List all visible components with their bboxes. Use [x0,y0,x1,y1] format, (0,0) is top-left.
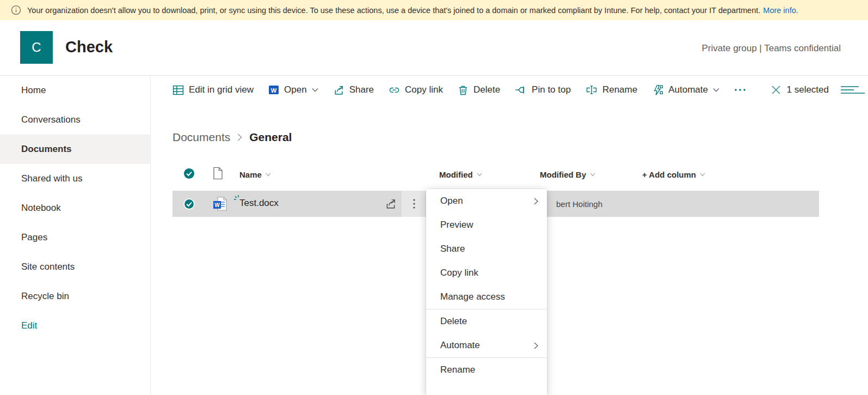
chevron-down-icon [312,88,318,92]
automate-button[interactable]: Automate [652,84,719,96]
add-column-button[interactable]: + Add column [642,170,705,179]
chevron-down-icon [700,173,705,177]
menu-item-automate[interactable]: Automate [426,333,547,357]
sidebar-item-documents[interactable]: Documents [0,135,150,164]
rename-icon [586,84,598,95]
row-share-icon[interactable] [385,198,397,210]
pin-to-top-button[interactable]: Pin to top [515,84,571,95]
menu-item-manage-access[interactable]: Manage access [426,285,547,309]
site-title: Check [65,38,113,56]
menu-item-copy-link[interactable]: Copy link [426,261,547,285]
word-file-icon: W [213,196,228,211]
grid-icon [173,84,184,96]
row-checkbox[interactable] [183,198,195,210]
policy-banner-text: Your organization doesn't allow you to d… [27,6,760,15]
menu-item-delete[interactable]: Delete [426,309,547,333]
site-logo[interactable]: C [20,31,53,64]
breadcrumb-general[interactable]: General [249,131,292,144]
delete-button[interactable]: Delete [458,84,500,96]
clear-selection-button[interactable]: 1 selected [772,84,829,95]
chevron-down-icon [477,173,482,177]
menu-item-open[interactable]: Open [426,189,547,213]
sidebar-item-conversations[interactable]: Conversations [0,105,150,135]
more-commands-button[interactable] [734,88,746,92]
share-icon [333,84,344,96]
column-header-modified[interactable]: Modified [439,170,482,179]
sidebar-item-home[interactable]: Home [0,76,150,105]
sidebar-item-edit[interactable]: Edit [0,311,150,341]
submenu-chevron-icon [534,342,538,349]
file-name[interactable]: Test.docx [239,198,279,209]
svg-text:W: W [214,202,220,208]
trash-icon [458,84,469,96]
modified-by-value: bert Hoitingh [556,199,602,209]
copy-link-button[interactable]: Copy link [389,84,443,96]
share-button[interactable]: Share [333,84,374,96]
copy-link-icon [389,84,400,96]
sidebar-item-pages[interactable]: Pages [0,223,150,252]
edit-in-grid-view-button[interactable]: Edit in grid view [173,84,254,96]
view-options-icon[interactable] [841,86,868,94]
site-header: C Check Private group | Teams confidenti… [0,20,868,75]
menu-item-preview[interactable]: Preview [426,213,547,237]
site-privacy-label: Private group | Teams confidential [702,43,841,54]
menu-item-rename[interactable]: Rename [426,358,547,382]
close-icon [772,86,780,94]
breadcrumb: Documents General [173,131,292,144]
submenu-chevron-icon [534,198,538,205]
context-menu: Open Preview Share Copy link Manage acce… [426,189,547,395]
row-more-actions-button[interactable] [402,191,426,217]
more-info-link[interactable]: More info. [763,6,798,15]
automate-icon [652,84,663,96]
command-bar: Edit in grid view W Open Share Copy link [151,76,868,104]
file-type-column-icon[interactable] [213,167,223,180]
open-button[interactable]: W Open [268,84,318,95]
sidebar-nav: Home Conversations Documents Shared with… [0,76,151,395]
selection-count-label: 1 selected [787,84,829,95]
word-icon: W [268,84,279,95]
chevron-down-icon [713,88,719,92]
select-all-checkbox[interactable] [183,168,195,179]
sidebar-item-recycle-bin[interactable]: Recycle bin [0,282,150,311]
menu-item-share[interactable]: Share [426,237,547,261]
table-header: Name Modified Modified By + Add column [0,165,868,186]
info-icon [11,5,21,15]
chevron-down-icon [266,173,271,177]
rename-button[interactable]: Rename [586,84,637,95]
chevron-right-icon [237,133,242,141]
sidebar-item-notebook[interactable]: Notebook [0,193,150,223]
policy-banner: Your organization doesn't allow you to d… [0,0,868,20]
column-header-name[interactable]: Name [239,170,271,179]
sidebar-item-site-contents[interactable]: Site contents [0,252,150,282]
column-header-modified-by[interactable]: Modified By [540,170,595,179]
svg-text:W: W [271,87,277,94]
breadcrumb-documents[interactable]: Documents [173,131,230,144]
pin-icon [515,84,527,95]
chevron-down-icon [590,173,595,177]
